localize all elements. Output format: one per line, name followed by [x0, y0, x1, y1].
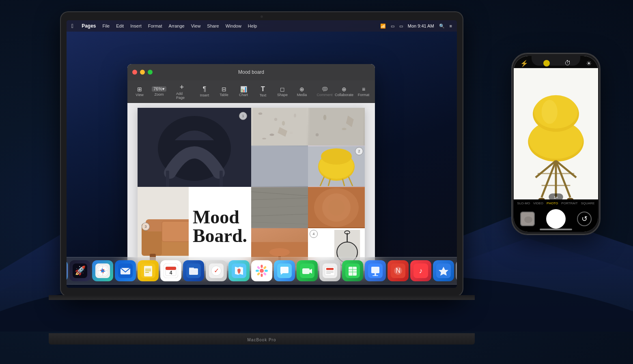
minimize-button[interactable] — [140, 70, 145, 75]
timer-icon[interactable]: ⏱ — [564, 60, 571, 67]
portrait-mode[interactable]: PORTRAIT — [561, 201, 577, 205]
photo-mode[interactable]: PHOTO — [547, 201, 558, 205]
toolbar-view[interactable]: ⊞ View — [131, 85, 149, 98]
dock-mail[interactable] — [115, 260, 136, 281]
dock-music[interactable]: ♪ — [410, 260, 431, 281]
view-label: View — [136, 93, 143, 97]
dock-calendar[interactable]: 4 — [160, 260, 181, 281]
live-icon[interactable] — [543, 60, 550, 66]
toolbar-insert[interactable]: ¶ Insert — [196, 84, 213, 99]
menubar-left:  Pages File Edit Insert Format Arrange … — [71, 23, 257, 29]
toolbar-format[interactable]: ≡ Format — [355, 85, 372, 98]
svg-rect-88 — [189, 268, 194, 269]
document-area: 1 — [127, 103, 375, 271]
menu-format[interactable]: Format — [148, 24, 162, 28]
toolbar-media[interactable]: ⊕ Media — [293, 85, 311, 98]
badge-4: 4 — [310, 230, 318, 238]
toolbar-addpage[interactable]: + Add Page — [173, 82, 191, 101]
menu-help[interactable]: Help — [248, 24, 257, 28]
volume-up-button[interactable] — [511, 94, 512, 106]
square-mode[interactable]: SQUARE — [581, 201, 595, 205]
svg-rect-78 — [144, 266, 152, 276]
dock-notes[interactable] — [138, 260, 159, 281]
menu-insert[interactable]: Insert — [130, 24, 142, 28]
iphone-camera-controls: SLO-MO VIDEO PHOTO PORTRAIT SQUARE — [514, 199, 598, 232]
menu-file[interactable]: File — [102, 24, 110, 28]
toolbar-comment[interactable]: 💬 Comment — [316, 85, 334, 98]
menu-window[interactable]: Window — [226, 24, 241, 28]
dock-system-prefs[interactable] — [456, 260, 457, 281]
shutter-button[interactable] — [546, 209, 566, 229]
menu-share[interactable]: Share — [207, 24, 219, 28]
close-button[interactable] — [132, 70, 137, 75]
svg-rect-96 — [261, 274, 263, 277]
volume-down-button[interactable] — [511, 110, 512, 122]
slomo-mode[interactable]: SLO-MO — [517, 201, 530, 205]
toolbar-document[interactable]: 📄 Document — [374, 85, 375, 98]
flash-icon[interactable]: ⚡ — [520, 60, 528, 67]
iphone-photo-preview: 1× — [514, 68, 598, 199]
iphone-body: ⚡ ⏱ ☀ — [511, 53, 601, 235]
menubar:  Pages File Edit Insert Format Arrange … — [67, 20, 457, 32]
photo-thumbnail[interactable] — [520, 212, 535, 226]
pages-doc: 1 — [138, 108, 365, 266]
svg-rect-102 — [265, 270, 268, 272]
pages-window: Mood board ⊞ View 76%▾ Zoom — [127, 64, 375, 271]
doc-cell-bottom-left: Mood Board. 3 — [138, 187, 251, 266]
menu-arrange[interactable]: Arrange — [169, 24, 185, 28]
toolbar-text[interactable]: T Text — [254, 84, 272, 99]
iphone-chair-photo: 1× — [514, 68, 598, 199]
dock-facetime[interactable] — [297, 260, 318, 281]
terrazzo-image-2 — [308, 108, 365, 146]
media-icon: ⊕ — [299, 86, 304, 92]
dock-keynote[interactable] — [365, 260, 386, 281]
dock-launchpad[interactable]: 🚀 — [69, 260, 90, 281]
window-toolbar: ⊞ View 76%▾ Zoom + Add Page — [127, 80, 375, 103]
toolbar-zoom[interactable]: 76%▾ Zoom — [150, 85, 168, 98]
power-button[interactable] — [600, 102, 601, 126]
toolbar-collaborate[interactable]: ⊕ Collaborate — [335, 85, 353, 98]
dock-messages[interactable] — [274, 260, 295, 281]
maximize-button[interactable] — [148, 70, 153, 75]
video-mode[interactable]: VIDEO — [533, 201, 543, 205]
dock-news-app[interactable] — [319, 260, 340, 281]
control-center-icon[interactable]: ≡ — [450, 24, 452, 28]
dock-numbers[interactable] — [342, 260, 363, 281]
svg-point-16 — [323, 115, 327, 120]
comment-label: Comment — [317, 93, 333, 97]
shape-icon: ◻ — [280, 86, 285, 92]
camera-mode-selector: SLO-MO VIDEO PHOTO PORTRAIT SQUARE — [517, 201, 595, 205]
view-icon: ⊞ — [137, 86, 142, 92]
toolbar-shape[interactable]: ◻ Shape — [273, 85, 291, 98]
doc-cell-bottom-right: 1 — Terrazzo Floors 2 — Pop Color 3 — Wa… — [251, 187, 365, 266]
dock-files[interactable] — [183, 260, 204, 281]
svg-text:✓: ✓ — [214, 267, 219, 274]
menu-view[interactable]: View — [191, 24, 201, 28]
filter-icon[interactable]: ☀ — [586, 60, 592, 67]
camera-dot — [261, 15, 263, 18]
camera-flip-button[interactable]: ↺ — [577, 212, 592, 226]
menu-edit[interactable]: Edit — [116, 24, 124, 28]
svg-rect-84 — [166, 267, 176, 270]
svg-point-18 — [316, 133, 319, 137]
dock-news-red[interactable]: N — [388, 260, 409, 281]
app-name[interactable]: Pages — [82, 23, 96, 29]
badge-3: 3 — [142, 223, 150, 231]
svg-rect-33 — [162, 221, 190, 242]
apple-menu[interactable]:  — [71, 23, 73, 29]
home-indicator[interactable] — [540, 229, 572, 230]
zoom-label: Zoom — [154, 92, 164, 96]
spotlight-icon[interactable]: 🔍 — [439, 24, 445, 29]
dock-maps[interactable] — [228, 260, 250, 281]
toolbar-chart[interactable]: 📊 Chart — [235, 85, 252, 98]
dock-safari[interactable] — [92, 260, 113, 281]
dock-reminders[interactable]: ✓ — [206, 260, 227, 281]
svg-point-11 — [294, 113, 296, 117]
svg-rect-6 — [220, 171, 223, 187]
toolbar-table[interactable]: ⊟ Table — [215, 85, 233, 98]
chart-icon: 📊 — [240, 86, 247, 92]
dock-appstore-blue[interactable] — [433, 260, 454, 281]
dock-siri[interactable] — [67, 260, 68, 281]
macbook-hinge — [49, 295, 475, 300]
dock-photos[interactable] — [251, 260, 272, 281]
